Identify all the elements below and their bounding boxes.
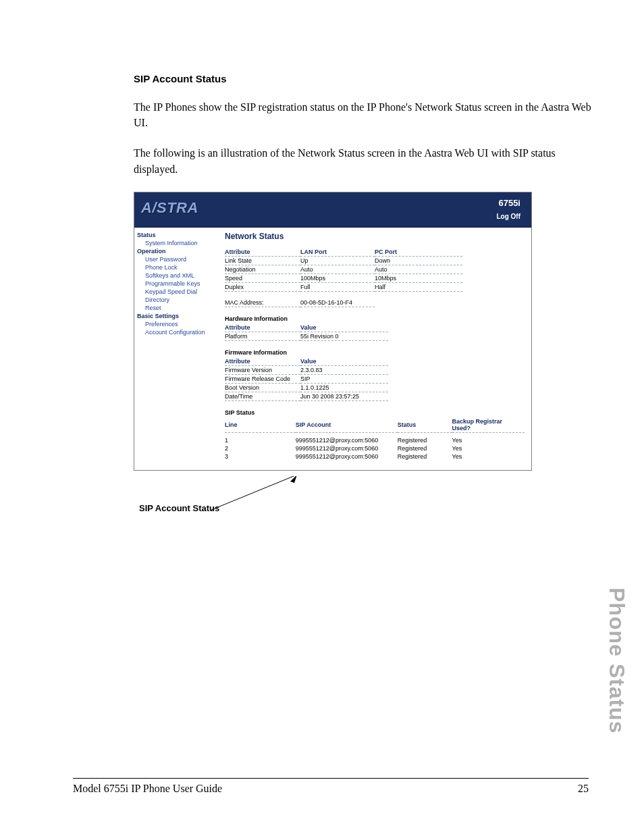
table-cell: Auto [375,265,462,273]
table-cell: Yes [452,444,525,452]
hardware-info-heading: Hardware Information [225,315,525,322]
table-cell: SIP [300,374,388,383]
screenshot-webui: A/STRA 6755i Log Off Status System Infor… [134,192,532,471]
table-cell: Speed [225,273,300,282]
sip-header-backup: Backup Registrar Used? [452,417,525,433]
sip-header-status: Status [398,417,452,433]
table-cell: Yes [452,432,525,444]
firmware-info-table: Attribute Value Firmware Version2.3.0.83… [225,357,388,401]
net-header-attribute: Attribute [225,248,300,257]
table-cell: 9995551212@proxy.com:5060 [296,444,398,452]
sidebar-heading-basic-settings: Basic Settings [137,312,214,320]
table-cell: 9995551212@proxy.com:5060 [296,452,398,461]
sidebar-item-account-configuration[interactable]: Account Configuration [137,328,214,336]
content-pane: Network Status Attribute LAN Port PC Por… [217,228,531,470]
page-footer: Model 6755i IP Phone User Guide 25 [73,778,589,795]
content-title: Network Status [225,232,525,241]
firmware-info-heading: Firmware Information [225,349,525,356]
table-cell: Duplex [225,282,300,291]
hw-header-attribute: Attribute [225,323,300,332]
side-tab-phone-status: Phone Status [604,588,629,733]
footer-page-number: 25 [578,783,589,795]
table-cell: 3 [225,452,296,461]
fw-header-value: Value [300,357,388,366]
sip-header-line: Line [225,417,296,433]
table-cell: Firmware Release Code [225,374,300,383]
table-cell: Firmware Version [225,365,300,374]
model-label: 6755i [498,198,520,208]
sip-status-heading: SIP Status [225,409,525,416]
table-cell: Full [300,282,375,291]
net-header-pc: PC Port [375,248,462,257]
table-cell: 9995551212@proxy.com:5060 [296,432,398,444]
hardware-info-table: Attribute Value Platform55i Revision 0 [225,323,388,341]
sidebar-item-directory[interactable]: Directory [137,296,214,304]
mac-value: 00-08-5D-16-10-F4 [300,298,375,307]
table-cell: 100Mbps [300,273,375,282]
sidebar-item-phone-lock[interactable]: Phone Lock [137,263,214,271]
sidebar-item-programmable-keys[interactable]: Programmable Keys [137,280,214,288]
footer-title: Model 6755i IP Phone User Guide [73,783,222,795]
network-status-table: Attribute LAN Port PC Port Link StateUpD… [225,248,462,292]
table-cell: Registered [398,444,452,452]
brand-logo: A/STRA [141,199,198,217]
mac-label: MAC Address: [225,298,300,307]
sidebar-heading-operation: Operation [137,247,214,255]
table-cell: Platform [225,332,300,340]
screenshot-header: A/STRA 6755i Log Off [134,192,531,228]
sidebar-item-reset[interactable]: Reset [137,304,214,312]
table-cell: Boot Version [225,383,300,392]
body-paragraph-2: The following is an illustration of the … [134,145,593,176]
table-cell: 1.1.0.1225 [300,383,388,392]
body-paragraph-1: The IP Phones show the SIP registration … [134,99,593,130]
table-cell: Registered [398,452,452,461]
callout-arrow [134,476,532,510]
sidebar-item-user-password[interactable]: User Password [137,255,214,263]
section-heading: SIP Account Status [134,73,593,84]
sidebar-item-preferences[interactable]: Preferences [137,320,214,328]
net-header-lan: LAN Port [300,248,375,257]
sip-status-table: Line SIP Account Status Backup Registrar… [225,417,525,461]
sidebar-nav: Status System Information Operation User… [134,228,217,470]
sidebar-heading-status: Status [137,231,214,239]
table-cell: Link State [225,256,300,265]
svg-line-0 [211,476,297,510]
table-cell: 1 [225,432,296,444]
table-cell: 2.3.0.83 [300,365,388,374]
table-cell: 2 [225,444,296,452]
fw-header-attribute: Attribute [225,357,300,366]
table-cell: Jun 30 2008 23:57:25 [300,392,388,400]
logoff-link[interactable]: Log Off [496,213,520,220]
sidebar-item-system-information[interactable]: System Information [137,239,214,247]
table-cell: Negotiation [225,265,300,273]
table-cell: 10Mbps [375,273,462,282]
table-cell: Registered [398,432,452,444]
sidebar-item-softkeys-xml[interactable]: Softkeys and XML [137,271,214,280]
mac-row: MAC Address: 00-08-5D-16-10-F4 [225,298,375,307]
table-cell: Yes [452,452,525,461]
table-cell: Up [300,256,375,265]
sip-header-account: SIP Account [296,417,398,433]
table-cell: Date/Time [225,392,300,400]
sidebar-item-keypad-speed-dial[interactable]: Keypad Speed Dial [137,288,214,296]
table-cell: Down [375,256,462,265]
hw-header-value: Value [300,323,388,332]
table-cell: Auto [300,265,375,273]
table-cell: Half [375,282,462,291]
table-cell: 55i Revision 0 [300,332,388,340]
